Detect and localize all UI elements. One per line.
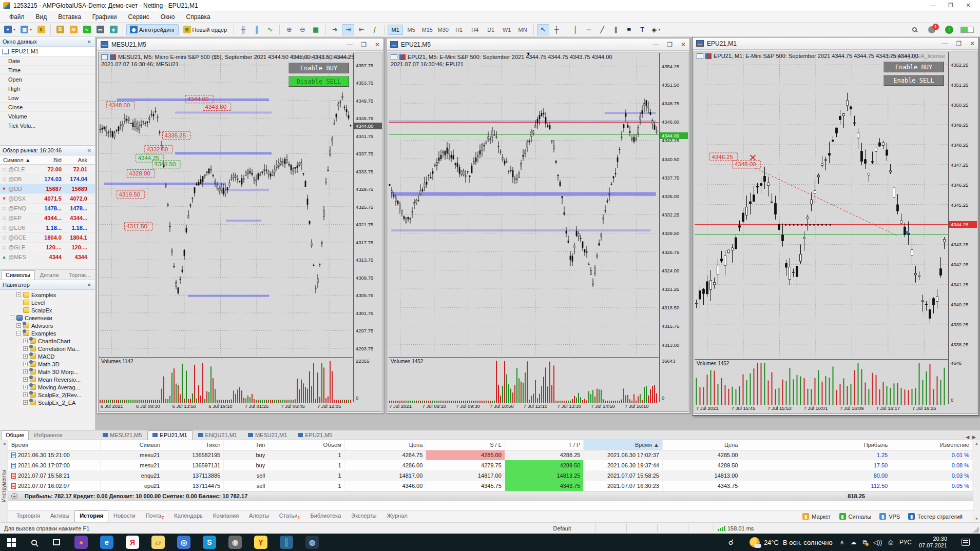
market-watch-tab-Символы[interactable]: Символы (1, 270, 35, 280)
footer-button-Тестер стратегий[interactable]: ▮Тестер стратегий (908, 513, 963, 520)
data-window-symbol-row[interactable]: EPU21,M1 (0, 47, 95, 56)
market-watch-tab-Торгов...[interactable]: Торгов... (64, 270, 95, 280)
close-icon[interactable]: ✕ (86, 39, 92, 45)
channel-tool-button[interactable]: ∥ (609, 24, 622, 35)
bars-chart-button[interactable]: ╫ (237, 24, 249, 35)
market-row-@ENQ[interactable]: @ENQ1478...1478... (0, 204, 95, 213)
chart-shift-button[interactable]: ⇤ (355, 24, 368, 35)
market-row-@EP[interactable]: @EP4344...4344... (0, 213, 95, 223)
tile-windows-button[interactable]: ▦ (310, 24, 322, 35)
expand-plus-icon[interactable]: + (16, 292, 21, 297)
search-button[interactable] (908, 24, 920, 35)
close-icon[interactable]: ✕ (86, 282, 92, 288)
taskbar-app-yandex-music[interactable]: Y (249, 534, 272, 551)
auto-scroll-button[interactable]: ⇥ (342, 24, 354, 35)
scroll-to-end-button[interactable]: ➜ (329, 24, 341, 35)
history-row[interactable]: 2021.07.07 15:58:21enqu21137113885sell11… (8, 470, 973, 481)
footer-button-VPS[interactable]: ▮VPS (879, 513, 900, 520)
ohlc-bars-icon[interactable] (110, 54, 116, 60)
expand-plus-icon[interactable]: + (23, 385, 28, 389)
tabs-scroll-left-icon[interactable]: ◀ (966, 435, 969, 440)
column-ask[interactable]: Ask (64, 157, 89, 163)
market-row-@CLE[interactable]: @CLE72.0072.01 (0, 165, 95, 174)
history-column-Цена[interactable]: Цена (344, 440, 426, 450)
history-column-Изменение[interactable]: Изменение (891, 440, 973, 450)
history-row[interactable]: 2021.06.30 17:07:00mesu21136597131buy142… (8, 460, 973, 470)
navigator-item-Mean Reversio...[interactable]: +Mean Reversio... (0, 376, 95, 383)
data-window-row[interactable]: Open (0, 75, 95, 84)
market-button[interactable]: M (67, 24, 80, 35)
expand-plus-icon[interactable]: + (16, 323, 21, 328)
wallet-button[interactable]: ⚿ (54, 24, 66, 35)
menu-item-Окно[interactable]: Окно (156, 12, 180, 22)
news-button[interactable]: ψ (107, 24, 120, 35)
chart-tab-MESU21,M1[interactable]: MESU21,M1 (243, 430, 292, 440)
maximize-button[interactable]: ❐ (942, 0, 959, 11)
expand-plus-icon[interactable]: + (23, 346, 28, 351)
expand-plus-icon[interactable]: + (23, 377, 28, 382)
fibonacci-tool-button[interactable]: ≡ (623, 24, 635, 35)
close-button[interactable]: ✕ (375, 41, 380, 48)
shapes-tool-button[interactable]: ◈▾ (649, 24, 662, 35)
onedrive-icon[interactable]: ☁ (850, 539, 856, 546)
minimize-button[interactable]: — (925, 0, 942, 11)
navigator-item-Advisors[interactable]: +Advisors (0, 322, 95, 329)
toolbox-tab-Почта[interactable]: Почта7 (141, 510, 169, 522)
taskbar-app-chrome[interactable]: ◎ (172, 534, 195, 551)
line-chart-button[interactable]: ∿ (264, 24, 276, 35)
ea-button-enable-buy[interactable]: Enable BUY (289, 63, 349, 73)
expand-icon[interactable]: + (11, 493, 17, 499)
close-button[interactable]: ✕ (959, 0, 977, 11)
ohlc-bars-icon[interactable] (399, 54, 406, 60)
close-button[interactable]: ✕ (681, 41, 686, 48)
clock[interactable]: 20:30 07.07.2021 (919, 536, 947, 549)
ohlc-grid-icon[interactable] (101, 54, 108, 60)
volume-icon[interactable]: ◁)) (873, 539, 882, 546)
close-icon[interactable]: ✕ (2, 441, 7, 446)
close-icon[interactable]: ✕ (86, 148, 92, 153)
history-column-Время[interactable]: Время (8, 440, 100, 450)
weather-widget[interactable]: 24°C В осн. солнечно (750, 537, 833, 547)
timeframe-H4[interactable]: H4 (467, 25, 483, 35)
language-indicator[interactable]: РУС (899, 539, 912, 546)
data-window-row[interactable]: Close (0, 103, 95, 112)
taskbar-app-telegram[interactable]: ◍ (301, 534, 323, 551)
timeframe-W1[interactable]: W1 (499, 25, 514, 35)
zoom-out-button[interactable]: ⊖ (296, 24, 309, 35)
timeframe-M15[interactable]: M15 (419, 25, 435, 35)
price-plot[interactable]: 4346.254348.00 (695, 52, 948, 358)
toolbox-tab-Алерты[interactable]: Алерты (244, 510, 274, 522)
candles-chart-button[interactable]: ║ (251, 24, 263, 35)
navigator-tab-Избранное[interactable]: Избранное (29, 430, 67, 440)
expand-plus-icon[interactable]: + (23, 400, 28, 405)
column-bid[interactable]: Bid (37, 157, 64, 163)
resize-grip[interactable] (973, 526, 979, 533)
accounts-button[interactable]: $ (35, 24, 47, 35)
history-column-Тикет[interactable]: Тикет (163, 440, 224, 450)
data-window-row[interactable]: Low (0, 93, 95, 103)
tray-expand-icon[interactable]: ∧ (840, 539, 844, 546)
data-window-row[interactable]: Time (0, 66, 95, 75)
data-window-row[interactable]: Tick Volu... (0, 121, 95, 130)
chart-tab-ENQU21,M1[interactable]: ENQU21,M1 (193, 430, 242, 440)
zoom-in-button[interactable]: ⊕ (283, 24, 295, 35)
toolbox-tab-Компания[interactable]: Компания (208, 510, 244, 522)
history-column-Символ[interactable]: Символ (100, 440, 163, 450)
chart-body[interactable]: EPU21, M1: E-Mini S&P 500: September 202… (694, 51, 977, 414)
signals-button[interactable]: ∿ (81, 24, 93, 35)
history-column-Прибыль[interactable]: Прибыль (741, 440, 891, 450)
navigator-item-Советники[interactable]: −Советники (0, 314, 95, 322)
maximize-button[interactable]: ❐ (361, 41, 367, 48)
navigator-tab-Общие[interactable]: Общие (1, 430, 29, 440)
cursor-tool-button[interactable]: ↖ (537, 24, 549, 35)
navigator-item-Math 3D[interactable]: +Math 3D (0, 360, 95, 368)
menu-item-Вид[interactable]: Вид (31, 12, 52, 22)
data-window-row[interactable]: High (0, 84, 95, 93)
minimize-button[interactable]: — (941, 40, 948, 47)
navigator-item-ScalpEx[interactable]: ScalpEx (0, 306, 95, 314)
history-column-T / P[interactable]: T / P (505, 440, 584, 450)
footer-button-Сигналы[interactable]: ▮Сигналы (839, 513, 872, 520)
navigator-item-Math 3D Morp...[interactable]: +Math 3D Morp... (0, 368, 95, 376)
chart-tab-EPU21,M5[interactable]: EPU21,M5 (293, 430, 337, 440)
collapse-minus-icon[interactable]: − (16, 331, 21, 336)
